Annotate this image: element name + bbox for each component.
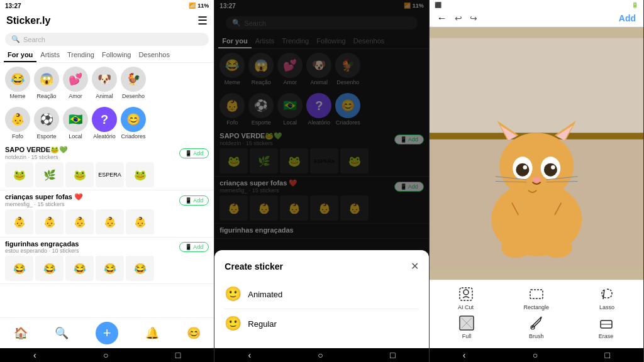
undo-button[interactable]: ↩ (455, 13, 462, 23)
cat-local[interactable]: 🇧🇷 Local (63, 107, 88, 140)
back-button[interactable]: ← (437, 13, 447, 24)
android-nav-1: ‹ ○ □ (0, 348, 214, 362)
modal-overlay[interactable]: Create sticker ✕ 🙂 Animated 🙂 Regular (214, 0, 428, 348)
phone3-header: ← ↩ ↪ Add (430, 10, 643, 27)
home-icon[interactable]: 🏠 (14, 326, 28, 340)
svg-point-12 (544, 163, 557, 177)
cat-amor-label: Amor (69, 93, 82, 99)
cat-esporte[interactable]: ⚽ Esporte (34, 107, 59, 140)
tool-ai-cut[interactable]: AI Cut (456, 285, 476, 310)
home-nav-3[interactable]: ○ (533, 350, 538, 360)
menu-icon[interactable]: ☰ (197, 14, 208, 28)
cat-amor[interactable]: 💕 Amor (63, 67, 88, 99)
pack-meta-1: notdezin · 15 stickers (5, 154, 68, 160)
sticker-thumb[interactable]: 😂 (126, 256, 154, 281)
cat-reacao[interactable]: 😱 Reação (34, 67, 59, 99)
kitten-image (430, 27, 643, 280)
cat-animal[interactable]: 🐶 Animal (92, 67, 117, 99)
cat-local-icon: 🇧🇷 (63, 107, 88, 132)
sticker-thumb[interactable]: 👶 (65, 209, 94, 234)
sticker-thumb[interactable]: 🐸 (65, 162, 94, 187)
pack-name-2: crianças super fofas ❤️ (5, 193, 83, 201)
sticker-thumb[interactable]: 😂 (5, 256, 33, 281)
recents-nav-2[interactable]: □ (390, 350, 395, 360)
sticker-thumb[interactable]: 🐸 (126, 162, 154, 187)
modal-item-regular[interactable]: 🙂 Regular (225, 309, 418, 338)
bottom-nav-1: 🏠 🔍 + 🔔 😊 (0, 317, 214, 348)
cat-fofo-label: Fofo (12, 133, 23, 140)
modal-sheet: Create sticker ✕ 🙂 Animated 🙂 Regular (214, 250, 428, 348)
search-placeholder-1: Search (23, 36, 45, 43)
categories-row2: 👶 Fofo ⚽ Esporte 🇧🇷 Local ? Aleatório 😊 … (0, 103, 214, 143)
back-nav[interactable]: ‹ (33, 350, 36, 360)
back-nav-3[interactable]: ‹ (463, 350, 466, 360)
pack-add-btn-2[interactable]: 📱 Add (179, 195, 209, 206)
ai-cut-label: AI Cut (458, 304, 474, 310)
full-icon (457, 314, 477, 332)
svg-rect-26 (530, 290, 543, 299)
sticker-thumb[interactable]: 😂 (96, 256, 124, 281)
sticker-thumb[interactable]: 😂 (65, 256, 94, 281)
tool-lasso[interactable]: Lasso (597, 285, 617, 310)
sticker-thumb[interactable]: ESPERA (96, 162, 124, 187)
modal-close-btn[interactable]: ✕ (411, 260, 419, 272)
cat-reacao-icon: 😱 (34, 67, 59, 92)
status-bar-3: ⬛ 🔋 (430, 0, 643, 10)
svg-point-4 (499, 133, 574, 199)
redo-button[interactable]: ↪ (470, 13, 477, 23)
tool-erase[interactable]: Erase (596, 314, 616, 339)
tab-desenhos-1[interactable]: Desenhos (135, 48, 174, 62)
svg-rect-1 (430, 38, 643, 137)
sticker-thumb[interactable]: 😂 (35, 256, 64, 281)
cat-aleatorio[interactable]: ? Aleatório (92, 107, 117, 140)
add-button-editor[interactable]: Add (619, 13, 636, 23)
home-nav[interactable]: ○ (103, 350, 108, 360)
bell-icon[interactable]: 🔔 (145, 326, 159, 340)
back-nav-2[interactable]: ‹ (248, 350, 251, 360)
search-bar-1[interactable]: 🔍 Search (5, 33, 209, 46)
sticker-pack-3: figurinhas engraçadas estou esperando · … (0, 238, 214, 284)
cat-meme-label: Meme (9, 93, 25, 99)
tab-trending-1[interactable]: Trending (64, 48, 98, 62)
tool-rectangle[interactable]: Rectangle (524, 285, 550, 310)
home-nav-2[interactable]: ○ (318, 350, 323, 360)
recents-nav[interactable]: □ (175, 350, 180, 360)
sticker-thumb[interactable]: 🌿 (35, 162, 64, 187)
emoji-icon[interactable]: 😊 (187, 326, 201, 340)
tab-foryou-1[interactable]: For you (4, 48, 36, 62)
tool-full[interactable]: Full (457, 314, 477, 339)
sticker-thumb[interactable]: 👶 (96, 209, 124, 234)
cat-amor-icon: 💕 (63, 67, 88, 92)
cat-fofo[interactable]: 👶 Fofo (5, 107, 30, 140)
recents-nav-3[interactable]: □ (604, 350, 609, 360)
tab-following-1[interactable]: Following (98, 48, 135, 62)
cat-aleatorio-icon: ? (92, 107, 117, 132)
cat-fofo-icon: 👶 (5, 107, 30, 132)
image-container (430, 27, 643, 280)
modal-header: Create sticker ✕ (225, 260, 418, 272)
pack-add-btn-3[interactable]: 📱 Add (179, 242, 209, 252)
app-title: Sticker.ly (6, 15, 50, 26)
sticker-thumb[interactable]: 👶 (35, 209, 64, 234)
search-icon-1: 🔍 (11, 35, 20, 43)
sticker-thumb[interactable]: 👶 (5, 209, 33, 234)
sticker-thumb[interactable]: 👶 (126, 209, 154, 234)
rectangle-icon (526, 285, 547, 303)
modal-item-animated[interactable]: 🙂 Animated (225, 280, 418, 309)
tools-row-1: AI Cut Rectangle Lasso (432, 285, 641, 310)
pack-add-btn-1[interactable]: 📱 Add (179, 148, 209, 158)
search-icon-nav[interactable]: 🔍 (55, 326, 69, 340)
add-button[interactable]: + (96, 322, 118, 344)
tab-artists-1[interactable]: Artists (36, 48, 64, 62)
tool-brush[interactable]: Brush (526, 314, 547, 339)
android-nav-2: ‹ ○ □ (214, 348, 428, 362)
erase-icon (596, 314, 616, 332)
cat-meme-icon: 😂 (5, 67, 30, 92)
cat-meme[interactable]: 😂 Meme (5, 67, 30, 99)
phone1-screen: 13:27 📶 11% Sticker.ly ☰ 🔍 Search For yo… (0, 0, 214, 362)
sticker-row-2: 👶 👶 👶 👶 👶 (5, 209, 209, 234)
svg-point-13 (523, 165, 527, 170)
cat-criadores[interactable]: 😊 Criadores (121, 107, 146, 140)
sticker-thumb[interactable]: 🐸 (5, 162, 33, 187)
cat-desenho[interactable]: 🐓 Desenho (121, 67, 146, 99)
